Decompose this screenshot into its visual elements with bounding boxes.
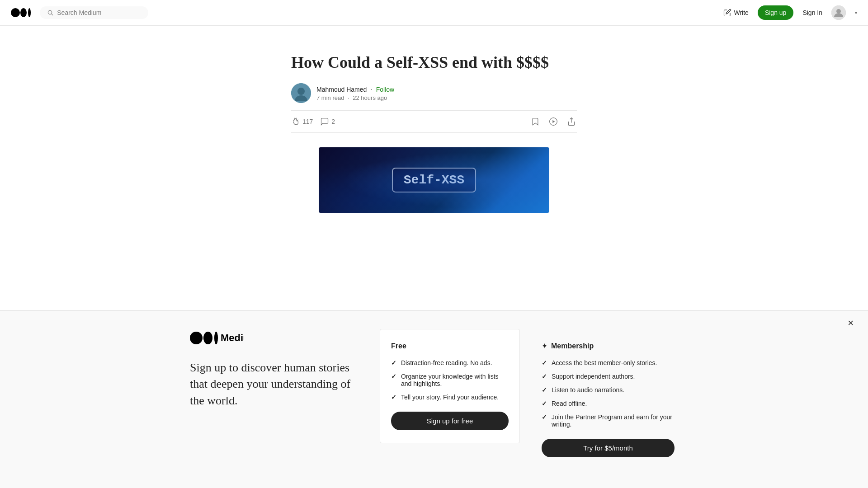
checkmark-icon: ✓ — [542, 359, 547, 366]
mem-check-3-text: Listen to audio narrations. — [552, 386, 624, 394]
membership-checklist: ✓ Access the best member-only stories. ✓… — [542, 359, 675, 428]
play-icon — [549, 117, 558, 126]
mem-check-4: ✓ Read offline. — [542, 400, 675, 407]
free-checklist: ✓ Distraction-free reading. No ads. ✓ Or… — [391, 359, 509, 401]
modal-left: Medium Sign up to discover human stories… — [190, 329, 362, 409]
comment-icon — [320, 117, 329, 126]
membership-label: Membership — [551, 342, 594, 350]
mem-check-2: ✓ Support independent authors. — [542, 373, 675, 380]
modal-content: Medium Sign up to discover human stories… — [163, 311, 705, 488]
svg-text:Medium: Medium — [221, 332, 244, 343]
navbar: Write Sign up Sign In ▾ — [0, 0, 868, 26]
checkmark-icon: ✓ — [391, 373, 396, 380]
read-time: 7 min read — [316, 94, 344, 101]
search-bar[interactable] — [40, 6, 148, 19]
checkmark-icon: ✓ — [542, 400, 547, 407]
signup-button[interactable]: Sign up — [758, 5, 793, 20]
time-ago: 22 hours ago — [353, 94, 387, 101]
close-button[interactable]: × — [848, 318, 854, 328]
comment-count: 2 — [331, 118, 335, 125]
share-button[interactable] — [566, 116, 577, 127]
membership-header: ✦ Membership — [542, 342, 675, 350]
mem-check-1-text: Access the best member-only stories. — [552, 359, 657, 366]
svg-point-12 — [203, 332, 212, 344]
mem-check-4-text: Read offline. — [552, 400, 587, 407]
clap-button[interactable]: 117 — [291, 117, 313, 126]
write-label: Write — [734, 9, 749, 16]
svg-point-11 — [190, 332, 203, 344]
signup-free-button[interactable]: Sign up for free — [391, 412, 509, 430]
author-meta: 7 min read · 22 hours ago — [316, 94, 394, 101]
membership-panel: ✦ Membership ✓ Access the best member-on… — [538, 329, 678, 470]
edit-icon — [723, 9, 731, 17]
try-membership-button[interactable]: Try for $5/month — [542, 439, 675, 457]
checkmark-icon: ✓ — [542, 413, 547, 421]
mem-check-3: ✓ Listen to audio narrations. — [542, 386, 675, 394]
clap-icon — [291, 117, 300, 126]
author-avatar[interactable] — [291, 83, 311, 103]
mem-check-5: ✓ Join the Partner Program and earn for … — [542, 413, 675, 428]
svg-point-6 — [836, 9, 841, 14]
svg-point-13 — [214, 332, 218, 344]
article-container: How Could a Self-XSS end with $$$$ Mahmo… — [280, 26, 588, 213]
checkmark-icon: ✓ — [542, 373, 547, 380]
search-input[interactable] — [57, 9, 141, 16]
svg-point-0 — [11, 8, 20, 17]
svg-point-2 — [28, 8, 31, 17]
svg-point-8 — [297, 88, 305, 95]
checkmark-icon: ✓ — [391, 359, 396, 366]
share-icon — [567, 117, 576, 126]
author-row: Mahmoud Hamed · Follow 7 min read · 22 h… — [291, 83, 577, 103]
modal-tagline: Sign up to discover human stories that d… — [190, 360, 362, 409]
lightning-icon: ✦ — [542, 342, 547, 350]
comment-button[interactable]: 2 — [320, 117, 335, 126]
listen-button[interactable] — [548, 116, 559, 127]
search-icon — [47, 9, 53, 16]
signup-modal: × Medium Sign up to discover human stori… — [0, 310, 868, 488]
follow-button[interactable]: Follow — [376, 86, 394, 93]
mem-check-1: ✓ Access the best member-only stories. — [542, 359, 675, 366]
save-button[interactable] — [530, 116, 541, 127]
svg-line-4 — [52, 14, 53, 15]
action-right — [530, 116, 577, 127]
free-check-1-text: Distraction-free reading. No ads. — [401, 359, 492, 366]
xss-label: Self-XSS — [392, 168, 476, 192]
clap-count: 117 — [302, 118, 313, 125]
avatar-chevron-icon[interactable]: ▾ — [855, 10, 857, 15]
author-info: Mahmoud Hamed · Follow 7 min read · 22 h… — [316, 85, 394, 101]
article-hero-image: Self-XSS — [319, 147, 549, 213]
svg-point-1 — [20, 8, 27, 17]
modal-logo: Medium — [190, 329, 362, 349]
mem-check-5-text: Join the Partner Program and earn for yo… — [552, 413, 675, 428]
free-check-2-text: Organize your knowledge with lists and h… — [401, 373, 509, 387]
checkmark-icon: ✓ — [391, 394, 396, 401]
free-check-1: ✓ Distraction-free reading. No ads. — [391, 359, 509, 366]
signin-link[interactable]: Sign In — [802, 9, 822, 16]
bookmark-icon — [531, 117, 540, 126]
article-title: How Could a Self-XSS end with $$$$ — [291, 53, 577, 72]
mem-check-2-text: Support independent authors. — [552, 373, 635, 380]
free-check-2: ✓ Organize your knowledge with lists and… — [391, 373, 509, 387]
checkmark-icon: ✓ — [542, 386, 547, 394]
free-panel: Free ✓ Distraction-free reading. No ads.… — [380, 329, 520, 443]
svg-point-3 — [48, 10, 52, 14]
medium-logo[interactable] — [11, 6, 31, 19]
avatar[interactable] — [831, 5, 846, 20]
action-bar: 117 2 — [291, 110, 577, 133]
write-link[interactable]: Write — [723, 9, 749, 17]
free-check-3: ✓ Tell your story. Find your audience. — [391, 394, 509, 401]
author-name: Mahmoud Hamed — [316, 86, 367, 93]
svg-marker-10 — [552, 120, 555, 123]
action-left: 117 2 — [291, 117, 335, 126]
separator: · — [348, 94, 349, 101]
free-check-3-text: Tell your story. Find your audience. — [401, 394, 499, 401]
nav-right: Write Sign up Sign In ▾ — [723, 5, 858, 20]
free-label: Free — [391, 342, 509, 350]
